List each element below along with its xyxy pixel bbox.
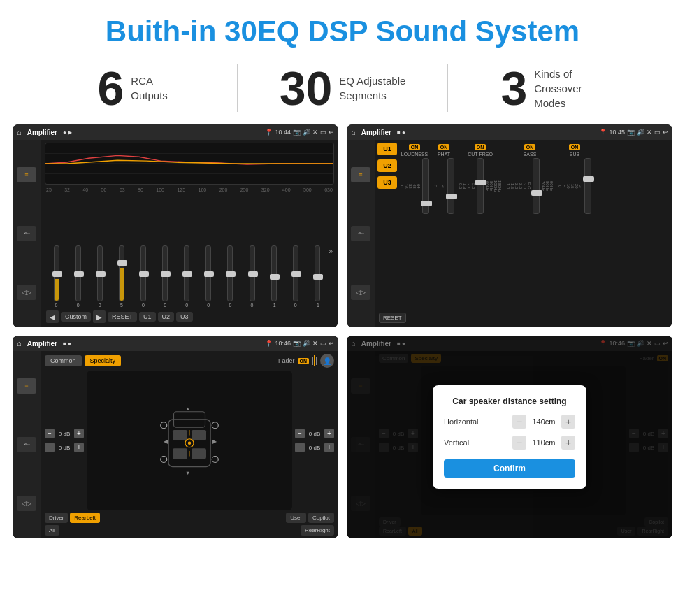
sidebar-eq-icon-3[interactable]: ≡ — [17, 378, 36, 394]
svg-text:▼: ▼ — [185, 470, 190, 476]
specialty-btn[interactable]: Specialty — [85, 355, 122, 366]
rearleft-btn[interactable]: All — [45, 525, 59, 536]
amp-inner: U1 U2 U3 ON LOUDNESS 644832160 — [377, 143, 670, 307]
eq-slider-5[interactable]: 0 — [155, 245, 175, 308]
home-icon-3: ⌂ — [17, 339, 22, 348]
svg-text:▶: ▶ — [212, 438, 217, 445]
fr-plus-btn[interactable]: + — [324, 429, 334, 438]
horizontal-row: Horizontal − 140cm + — [444, 415, 575, 429]
rl-plus-btn[interactable]: + — [74, 443, 84, 452]
bass-on-badge: ON — [524, 144, 536, 150]
bass-fader[interactable] — [533, 158, 540, 214]
eq-slider-1[interactable]: 0 — [68, 245, 88, 308]
rr-db-control: − 0 dB + — [295, 443, 334, 452]
phat-fader[interactable] — [447, 158, 454, 214]
u3-btn[interactable]: U3 — [377, 176, 397, 189]
user-btn[interactable]: User — [286, 513, 306, 523]
driver-btn[interactable]: Driver — [45, 513, 68, 523]
fader-bass: ON BASS F G3.02.52.01.51.0 90Hz80Hz70Hz — [506, 144, 554, 306]
sidebar-eq-icon[interactable]: ≡ — [17, 167, 36, 182]
screen-fader: ⌂ Amplifier ■ ● 📍 10:46 📷 🔊 ✕ ▭ ↩ ≡ 〜 ◁▷ — [13, 336, 338, 538]
eq-slider-2[interactable]: 0 — [89, 245, 110, 308]
rl-minus-btn[interactable]: − — [45, 443, 55, 452]
common-btn[interactable]: Common — [45, 355, 82, 366]
svg-rect-16 — [212, 457, 218, 463]
svg-point-10 — [188, 442, 192, 445]
home-icon-2: ⌂ — [351, 128, 356, 136]
prev-preset-btn[interactable]: ◀ — [46, 310, 59, 323]
fl-minus-btn[interactable]: − — [45, 429, 55, 438]
next-preset-btn[interactable]: ▶ — [93, 310, 106, 323]
eq-slider-12[interactable]: -1 — [307, 245, 327, 308]
distance-dialog: Car speaker distance setting Horizontal … — [433, 385, 586, 489]
stat-crossover-label: Kinds ofCrossover Modes — [534, 66, 604, 110]
status-bar-2: ⌂ Amplifier ■ ● 📍 10:45 📷 🔊 ✕ ▭ ↩ — [347, 124, 672, 140]
copilot-btn[interactable]: Copilot — [308, 513, 334, 523]
loudness-label: LOUDNESS — [401, 152, 428, 157]
reset-btn-2[interactable]: RESET — [379, 313, 406, 323]
u1-btn[interactable]: U1 — [377, 143, 397, 155]
sidebar-wave-icon[interactable]: 〜 — [17, 226, 36, 241]
eq-slider-10[interactable]: -1 — [264, 245, 284, 308]
stat-crossover: 3 Kinds ofCrossover Modes — [448, 64, 657, 112]
sidebar-speaker-icon-3[interactable]: ◁▷ — [17, 496, 36, 511]
screen-amp: ⌂ Amplifier ■ ● 📍 10:45 📷 🔊 ✕ ▭ ↩ ≡ 〜 ◁▷ — [347, 124, 672, 327]
sub-fader[interactable] — [584, 158, 591, 214]
horizontal-plus-btn[interactable]: + — [561, 415, 575, 429]
rr-minus-btn[interactable]: − — [295, 443, 305, 452]
u1-btn-1[interactable]: U1 — [139, 312, 156, 322]
eq-slider-0[interactable]: 0 — [46, 245, 66, 308]
status-bar-3: ⌂ Amplifier ■ ● 📍 10:46 📷 🔊 ✕ ▭ ↩ — [13, 336, 338, 351]
eq-slider-7[interactable]: 0 — [199, 245, 219, 308]
fader-main: Common Specialty Fader ON 👤 — [41, 351, 338, 538]
vertical-minus-btn[interactable]: − — [512, 436, 526, 450]
sidebar-speaker-icon-2[interactable]: ◁▷ — [351, 285, 370, 300]
left-speaker-controls: − 0 dB + − 0 dB + — [45, 371, 84, 510]
eq-slider-9[interactable]: 0 — [242, 245, 262, 308]
horizontal-val-text: 140cm — [529, 417, 558, 426]
rearright-btn[interactable]: RearRight — [301, 525, 334, 536]
eq-slider-6[interactable]: 0 — [177, 245, 197, 308]
sidebar-wave-icon-3[interactable]: 〜 — [17, 437, 36, 452]
svg-rect-5 — [173, 430, 187, 440]
eq-slider-4[interactable]: 0 — [133, 245, 153, 308]
sidebar-speaker-icon[interactable]: ◁▷ — [17, 285, 36, 300]
phat-label: PHAT — [438, 152, 450, 157]
fr-minus-btn[interactable]: − — [295, 429, 305, 438]
all-btn[interactable]: RearLeft — [70, 513, 100, 523]
u2-btn-1[interactable]: U2 — [158, 312, 175, 322]
eq-slider-8[interactable]: 0 — [220, 245, 240, 308]
loudness-on-badge: ON — [409, 144, 421, 150]
cutfreq-on-badge: ON — [475, 144, 486, 150]
fr-db-val: 0 dB — [306, 431, 323, 437]
eq-content: ≡ 〜 ◁▷ — [13, 140, 338, 327]
app-title-2: Amplifier — [361, 129, 391, 136]
rr-plus-btn[interactable]: + — [324, 443, 334, 452]
horizontal-minus-btn[interactable]: − — [512, 415, 526, 429]
vertical-plus-btn[interactable]: + — [561, 436, 575, 450]
cutfreq-fader[interactable] — [477, 158, 484, 214]
eq-graph — [45, 143, 334, 185]
time-2: 10:45 — [609, 129, 625, 136]
svg-rect-13 — [161, 422, 167, 429]
car-diagram: ▲ ▼ ◀ ▶ — [87, 371, 292, 510]
freq-labels: 253240506380100 125160200250320400500630 — [45, 187, 334, 192]
loudness-fader[interactable] — [422, 158, 429, 214]
svg-rect-6 — [192, 430, 206, 440]
status-icons-1: 📍 10:44 📷 🔊 ✕ ▭ ↩ — [265, 129, 334, 136]
reset-btn-1[interactable]: RESET — [108, 312, 137, 322]
fader-content: ≡ 〜 ◁▷ Common Specialty Fader ON 👤 — [13, 351, 338, 538]
left-sidebar-1: ≡ 〜 ◁▷ — [13, 140, 41, 327]
dots-icon-2: ■ ● — [397, 129, 405, 136]
u2-btn[interactable]: U2 — [377, 159, 397, 172]
confirm-button[interactable]: Confirm — [444, 459, 575, 478]
u3-btn-1[interactable]: U3 — [176, 312, 193, 322]
custom-preset-btn[interactable]: Custom — [61, 312, 91, 322]
x-icon-3: ✕ — [312, 340, 318, 347]
fl-plus-btn[interactable]: + — [74, 429, 84, 438]
sidebar-eq-icon-2[interactable]: ≡ — [351, 167, 370, 182]
eq-slider-11[interactable]: 0 — [285, 245, 305, 308]
sidebar-wave-icon-2[interactable]: 〜 — [351, 226, 370, 241]
fl-db-val: 0 dB — [56, 431, 73, 437]
eq-slider-3[interactable]: 5 — [111, 245, 131, 308]
